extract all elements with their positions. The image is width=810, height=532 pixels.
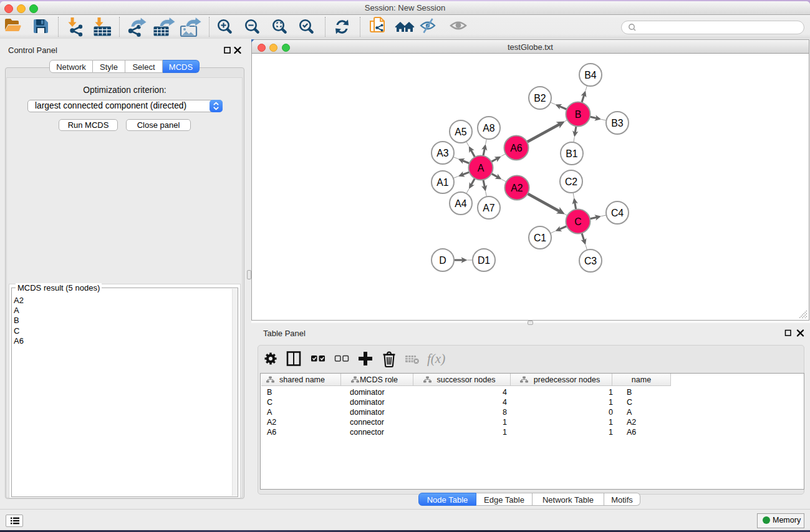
- svg-text:D1: D1: [478, 255, 490, 266]
- svg-text:A6: A6: [510, 143, 523, 153]
- svg-text:C3: C3: [584, 256, 597, 266]
- svg-text:A5: A5: [455, 127, 467, 137]
- svg-text:A7: A7: [483, 203, 494, 213]
- svg-text:C2: C2: [565, 177, 577, 187]
- svg-text:C: C: [574, 216, 581, 227]
- svg-text:A: A: [478, 163, 485, 173]
- svg-text:B1: B1: [566, 148, 578, 159]
- svg-text:C1: C1: [534, 233, 546, 243]
- svg-text:B2: B2: [534, 93, 546, 104]
- svg-text:A1: A1: [436, 177, 449, 188]
- svg-text:A8: A8: [483, 123, 495, 133]
- svg-text:B3: B3: [611, 118, 624, 128]
- svg-text:B: B: [575, 109, 582, 120]
- svg-text:B4: B4: [584, 70, 597, 80]
- svg-text:A3: A3: [436, 148, 449, 158]
- svg-text:A4: A4: [455, 198, 467, 209]
- svg-text:f(x): f(x): [427, 351, 445, 366]
- svg-text:C4: C4: [611, 208, 624, 218]
- svg-text:D: D: [439, 255, 446, 266]
- svg-text:A2: A2: [511, 183, 523, 193]
